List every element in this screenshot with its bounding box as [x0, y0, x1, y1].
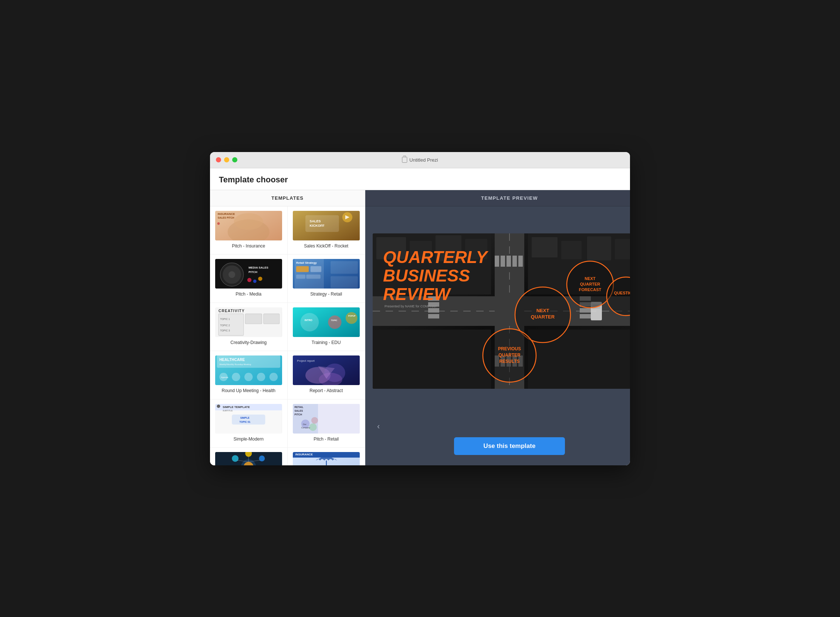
- svg-point-78: [311, 417, 318, 424]
- svg-text:INSURANCE: INSURANCE: [218, 212, 235, 215]
- template-item-pitch-insurance[interactable]: INSURANCE SALES PITCH Pitch - Insurance: [210, 207, 287, 255]
- svg-point-53: [257, 373, 265, 381]
- main-content: TEMPLATES INSURANCE: [210, 190, 630, 465]
- traffic-lights: [216, 157, 237, 162]
- template-label-pitch-insurance: Pitch - Insurance: [215, 244, 282, 249]
- svg-rect-135: [561, 241, 582, 259]
- template-thumb-exec-brief: INSURANCE COVERAGE PERFORMANCE: [293, 452, 360, 465]
- template-item-exec-brief[interactable]: INSURANCE COVERAGE PERFORMANCE Executive…: [287, 447, 365, 465]
- svg-rect-104: [495, 255, 499, 267]
- svg-text:INSURANCE: INSURANCE: [295, 453, 312, 456]
- template-label-strategy-retail: Strategy - Retail: [293, 291, 360, 297]
- svg-text:TOPIC 2: TOPIC 2: [220, 324, 230, 327]
- svg-text:RESULTS: RESULTS: [499, 359, 519, 364]
- template-thumb-pitch-retail: RETAIL SALES PITCH Our Company: [293, 404, 360, 434]
- template-label-training-edu: Training - EDU: [293, 340, 360, 346]
- svg-text:Company: Company: [301, 427, 310, 429]
- svg-text:PITCH: PITCH: [294, 413, 302, 416]
- document-icon: [402, 157, 407, 163]
- preview-navigation: ‹ ›: [373, 416, 630, 437]
- svg-rect-138: [373, 329, 491, 389]
- svg-text:HEALTHCARE: HEALTHCARE: [219, 358, 245, 362]
- svg-point-51: [232, 373, 240, 381]
- template-label-pitch-retail: Pitch - Retail: [293, 437, 360, 443]
- close-button[interactable]: [216, 157, 221, 162]
- svg-text:MEDIA SALES: MEDIA SALES: [248, 266, 268, 270]
- svg-rect-106: [507, 255, 511, 267]
- svg-text:BUSINESS: BUSINESS: [383, 266, 470, 285]
- svg-rect-105: [501, 255, 505, 267]
- template-item-creativity[interactable]: CREATIVITY TOPIC 1 TOPIC 2 TOPIC 3 Creat…: [210, 303, 287, 351]
- template-item-pitch-retail[interactable]: RETAIL SALES PITCH Our Company Pitch - R…: [287, 400, 365, 448]
- template-label-creativity: Creativity-Drawing: [215, 340, 282, 346]
- svg-text:Agenda: Agenda: [221, 376, 228, 379]
- svg-point-79: [309, 423, 317, 431]
- minimize-button[interactable]: [224, 157, 229, 162]
- svg-text:Project report: Project report: [297, 360, 315, 363]
- svg-text:SUBTITLE: SUBTITLE: [223, 409, 233, 412]
- svg-point-52: [245, 373, 253, 381]
- svg-point-21: [258, 277, 262, 281]
- svg-text:FORECAST: FORECAST: [579, 288, 601, 292]
- svg-text:SALES: SALES: [294, 409, 303, 412]
- prev-arrow[interactable]: ‹: [373, 419, 384, 434]
- template-thumb-simple-modern: SIMPLE TEMPLATE SUBTITLE SIMPLE TOPIC 01: [215, 404, 282, 434]
- svg-text:QUARTER: QUARTER: [580, 282, 600, 286]
- svg-text:Our: Our: [303, 423, 307, 425]
- maximize-button[interactable]: [232, 157, 237, 162]
- titlebar: Untitled Prezi: [210, 152, 630, 168]
- window-title: Untitled Prezi: [402, 157, 438, 163]
- templates-panel: TEMPLATES INSURANCE: [210, 190, 365, 465]
- svg-point-3: [217, 222, 220, 224]
- svg-point-40: [300, 313, 319, 331]
- template-item-simple-modern[interactable]: SIMPLE TEMPLATE SUBTITLE SIMPLE TOPIC 01…: [210, 400, 287, 448]
- svg-text:SALES PITCH: SALES PITCH: [218, 216, 234, 218]
- svg-point-85: [232, 455, 239, 462]
- template-item-training-edu[interactable]: INTRO TOPIC POPUP Training - EDU: [287, 303, 365, 351]
- template-item-around-topic[interactable]: Around a Topic: [210, 447, 287, 465]
- app-header: Template chooser: [210, 168, 630, 190]
- page-title: Template chooser: [219, 175, 621, 185]
- use-template-button[interactable]: Use this template: [454, 437, 565, 455]
- template-thumb-pitch-insurance: INSURANCE SALES PITCH: [215, 211, 282, 241]
- template-thumb-strategy-retail: Retail Strategy: [293, 259, 360, 289]
- svg-point-42: [328, 316, 341, 329]
- svg-rect-7: [305, 215, 339, 232]
- template-label-pitch-media: Pitch - Media: [215, 291, 282, 297]
- svg-rect-30: [330, 276, 358, 288]
- template-item-pitch-media[interactable]: MEDIA SALES PITCH Pitch - Media: [210, 254, 287, 303]
- svg-text:POPUP: POPUP: [348, 315, 355, 317]
- template-thumb-training-edu: INTRO TOPIC POPUP: [293, 307, 360, 337]
- svg-point-15: [228, 271, 235, 278]
- templates-header: TEMPLATES: [210, 190, 365, 207]
- svg-point-64: [217, 405, 220, 408]
- svg-point-20: [253, 280, 256, 283]
- svg-rect-121: [580, 314, 591, 319]
- svg-text:Retail Strategy: Retail Strategy: [296, 261, 317, 264]
- template-thumb-creativity: CREATIVITY TOPIC 1 TOPIC 2 TOPIC 3: [215, 307, 282, 337]
- preview-image: QUARTERLY BUSINESS REVIEW Presented by N…: [373, 233, 630, 389]
- template-item-sales-kickoff[interactable]: SALES KICKOFF Sales KickOff - Rocket: [287, 207, 365, 255]
- svg-text:QUARTER: QUARTER: [498, 353, 520, 358]
- template-label-roundup-health: Round Up Meeting - Health: [215, 388, 282, 394]
- svg-text:PITCH: PITCH: [248, 270, 257, 274]
- template-item-report-abstract[interactable]: Project report Report - Abstract: [287, 351, 365, 400]
- template-thumb-healthcare: HEALTHCARE Weekly/Monthly Roundup Meetin…: [215, 356, 282, 385]
- template-item-roundup-health[interactable]: HEALTHCARE Weekly/Monthly Roundup Meetin…: [210, 351, 287, 400]
- svg-text:TOPIC: TOPIC: [331, 319, 337, 321]
- svg-text:QUARTERLY: QUARTERLY: [383, 248, 489, 267]
- svg-rect-117: [428, 314, 439, 319]
- template-thumb-sales-kickoff: SALES KICKOFF: [293, 211, 360, 241]
- svg-text:SIMPLE TEMPLATE: SIMPLE TEMPLATE: [223, 405, 249, 409]
- preview-panel: TEMPLATE PREVIEW: [365, 190, 630, 465]
- svg-text:NEXT: NEXT: [536, 308, 550, 313]
- svg-rect-25: [296, 266, 309, 272]
- svg-rect-134: [532, 237, 557, 257]
- svg-point-5: [234, 213, 263, 230]
- svg-point-84: [259, 456, 265, 462]
- svg-text:REVIEW: REVIEW: [383, 285, 451, 304]
- template-item-strategy-retail[interactable]: Retail Strategy Strategy - Retail: [287, 254, 365, 303]
- svg-rect-26: [310, 266, 321, 272]
- svg-text:QUESTIONS: QUESTIONS: [614, 291, 630, 295]
- svg-rect-108: [518, 255, 523, 267]
